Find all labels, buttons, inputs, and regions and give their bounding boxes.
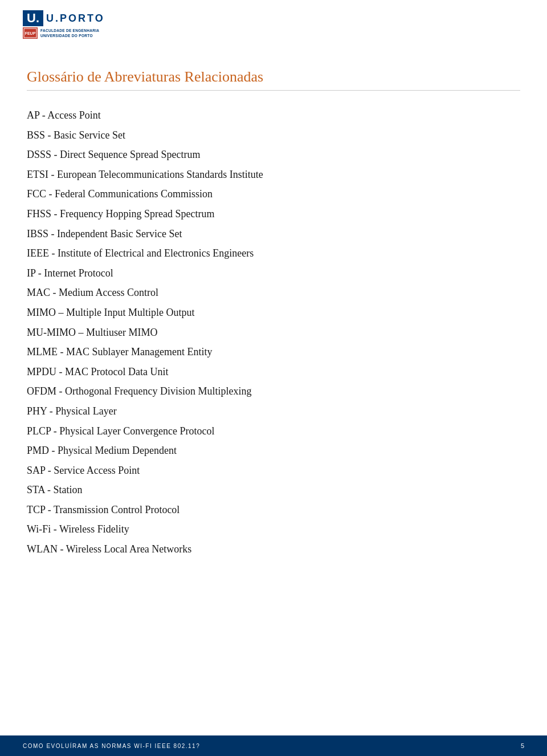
list-item: ETSI - European Telecommunications Stand… (27, 166, 520, 184)
list-item: MAC - Medium Access Control (27, 284, 520, 302)
list-item: SAP - Service Access Point (27, 462, 520, 479)
list-item: IEEE - Institute of Electrical and Elect… (27, 245, 520, 262)
list-item: MU-MIMO – Multiuser MIMO (27, 324, 520, 342)
list-item: PMD - Physical Medium Dependent (27, 442, 520, 460)
main-content: Glossário de Abreviaturas Relacionadas A… (0, 46, 547, 595)
svg-text:FEUP: FEUP (25, 31, 36, 35)
list-item: DSSS - Direct Sequence Spread Spectrum (27, 146, 520, 164)
list-item: BSS - Basic Service Set (27, 127, 520, 144)
glossary-list: AP - Access PointBSS - Basic Service Set… (27, 107, 520, 558)
list-item: STA - Station (27, 481, 520, 499)
list-item: FCC - Federal Communications Commission (27, 185, 520, 203)
feup-logo-section: FEUP FACULDADE DE ENGENHARIA UNIVERSIDAD… (23, 27, 99, 39)
list-item: Wi-Fi - Wireless Fidelity (27, 521, 520, 538)
list-item: PHY - Physical Layer (27, 403, 520, 420)
feup-label: FACULDADE DE ENGENHARIA UNIVERSIDADE DO … (40, 28, 99, 38)
porto-text: U.PORTO (43, 13, 105, 25)
logo-block: U. U.PORTO (23, 10, 105, 26)
logo-area: U. U.PORTO FEUP FACULDADE DE ENGENHARIA … (23, 10, 524, 39)
header: U. U.PORTO FEUP FACULDADE DE ENGENHARIA … (0, 0, 547, 46)
feup-icon: FEUP (23, 27, 38, 39)
footer-page-number: 5 (521, 742, 524, 749)
list-item: PLCP - Physical Layer Convergence Protoc… (27, 422, 520, 440)
logo-row1: U. U.PORTO (23, 10, 105, 26)
list-item: AP - Access Point (27, 107, 520, 124)
list-item: TCP - Transmission Control Protocol (27, 501, 520, 519)
page-container: U. U.PORTO FEUP FACULDADE DE ENGENHARIA … (0, 0, 547, 756)
list-item: FHSS - Frequency Hopping Spread Spectrum (27, 205, 520, 223)
u-letter: U. (27, 11, 39, 25)
page-title: Glossário de Abreviaturas Relacionadas (27, 68, 520, 91)
list-item: IBSS - Independent Basic Service Set (27, 225, 520, 243)
footer-text: COMO EVOLUÍRAM AS NORMAS WI-FI IEEE 802.… (23, 743, 200, 749)
list-item: MPDU - MAC Protocol Data Unit (27, 363, 520, 381)
list-item: WLAN - Wireless Local Area Networks (27, 540, 520, 558)
list-item: MIMO – Multiple Input Multiple Output (27, 304, 520, 322)
u-letter-box: U. (23, 10, 43, 26)
list-item: IP - Internet Protocol (27, 265, 520, 282)
footer: COMO EVOLUÍRAM AS NORMAS WI-FI IEEE 802.… (0, 735, 547, 756)
list-item: MLME - MAC Sublayer Management Entity (27, 343, 520, 361)
list-item: OFDM - Orthogonal Frequency Division Mul… (27, 383, 520, 400)
